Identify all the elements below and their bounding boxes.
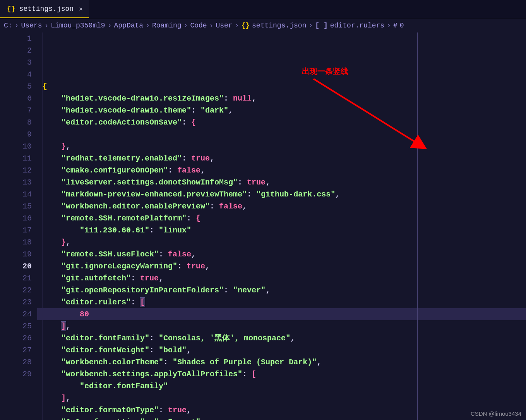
chevron-right-icon: ›: [146, 22, 150, 29]
code-line[interactable]: [37, 128, 526, 140]
code-line[interactable]: "hediet.vscode-drawio.resizeImages": nul…: [37, 92, 526, 104]
line-number: 22: [0, 284, 32, 296]
line-number: 29: [0, 368, 32, 380]
breadcrumb-file[interactable]: settings.json: [252, 22, 306, 29]
line-number: 9: [0, 128, 32, 140]
breadcrumb[interactable]: C:›Users›Limou_p350ml9›AppData›Roaming›C…: [0, 19, 526, 32]
code-line[interactable]: "C_Cpp.formatting": "vcFormat",: [37, 416, 526, 420]
breadcrumb-key[interactable]: editor.rulers: [330, 22, 384, 29]
line-number: 23: [0, 296, 32, 308]
line-number: 18: [0, 236, 32, 248]
tab-label: settings.json: [19, 5, 74, 13]
line-number: 15: [0, 200, 32, 212]
line-number: 8: [0, 116, 32, 128]
code-line[interactable]: "remote.SSH.remotePlatform": {: [37, 212, 526, 224]
line-number: 6: [0, 92, 32, 104]
breadcrumb-segment[interactable]: C:: [4, 22, 12, 29]
code-line[interactable]: "editor.rulers": [: [37, 296, 526, 308]
code-line[interactable]: },: [37, 236, 526, 248]
breadcrumb-index[interactable]: 0: [400, 22, 404, 29]
line-number: 19: [0, 248, 32, 260]
line-number: 21: [0, 272, 32, 284]
line-number: 20: [0, 260, 32, 272]
code-line[interactable]: 80: [37, 308, 526, 320]
chevron-right-icon: ›: [108, 22, 112, 29]
code-line[interactable]: },: [37, 140, 526, 152]
line-number: 14: [0, 188, 32, 200]
line-number: 26: [0, 332, 32, 344]
code-content[interactable]: { "hediet.vscode-drawio.resizeImages": n…: [37, 32, 526, 420]
line-number: 12: [0, 164, 32, 176]
code-line[interactable]: "workbench.editor.enablePreview": false,: [37, 200, 526, 212]
code-line[interactable]: "git.autofetch": true,: [37, 272, 526, 284]
code-line[interactable]: "editor.fontFamily": "Consolas, '黑体', mo…: [37, 332, 526, 344]
tab-settings-json[interactable]: {} settings.json ✕: [0, 0, 89, 18]
code-line[interactable]: ],: [37, 392, 526, 404]
chevron-right-icon: ›: [209, 22, 214, 29]
code-line[interactable]: "editor.fontFamily": [37, 380, 526, 392]
line-number: 2: [0, 44, 32, 56]
line-number: 3: [0, 56, 32, 68]
hash-icon: #: [393, 22, 397, 29]
chevron-right-icon: ›: [235, 22, 239, 29]
tab-bar: {} settings.json ✕: [0, 0, 526, 19]
breadcrumb-segment[interactable]: User: [216, 22, 232, 29]
chevron-right-icon: ›: [184, 22, 188, 29]
chevron-right-icon: ›: [387, 22, 391, 29]
line-number: 16: [0, 212, 32, 224]
breadcrumb-segment[interactable]: Users: [21, 22, 42, 29]
breadcrumb-segment[interactable]: Roaming: [152, 22, 182, 29]
line-number: 10: [0, 140, 32, 152]
chevron-right-icon: ›: [15, 22, 19, 29]
code-line[interactable]: "git.ignoreLegacyWarning": true,: [37, 260, 526, 272]
watermark: CSDN @limou3434: [471, 410, 521, 417]
code-line[interactable]: "redhat.telemetry.enabled": true,: [37, 152, 526, 164]
line-number: 7: [0, 104, 32, 116]
line-number: 27: [0, 344, 32, 356]
line-number: 25: [0, 320, 32, 332]
array-icon: [ ]: [315, 22, 327, 29]
editor-ruler: [417, 32, 418, 420]
code-line[interactable]: "editor.fontWeight": "bold",: [37, 344, 526, 356]
code-line[interactable]: "hediet.vscode-drawio.theme": "dark",: [37, 104, 526, 116]
json-file-icon: {}: [7, 5, 15, 13]
chevron-right-icon: ›: [308, 22, 313, 29]
line-number: 24: [0, 308, 32, 320]
line-number: 5: [0, 80, 32, 92]
breadcrumb-segment[interactable]: Limou_p350ml9: [51, 22, 105, 29]
line-number: 28: [0, 356, 32, 368]
code-line[interactable]: "111.230.60.61": "linux": [37, 224, 526, 236]
code-line[interactable]: "workbench.colorTheme": "Shades of Purpl…: [37, 356, 526, 368]
json-file-icon: {}: [241, 22, 250, 29]
close-icon[interactable]: ✕: [77, 5, 84, 13]
line-number: 11: [0, 152, 32, 164]
code-line[interactable]: "workbench.settings.applyToAllProfiles":…: [37, 368, 526, 380]
line-number: 13: [0, 176, 32, 188]
code-line[interactable]: "git.openRepositoryInParentFolders": "ne…: [37, 284, 526, 296]
line-number: 1: [0, 32, 32, 44]
code-line[interactable]: "cmake.configureOnOpen": false,: [37, 164, 526, 176]
code-line[interactable]: "remote.SSH.useFlock": false,: [37, 248, 526, 260]
line-number-gutter: 1234567891011121314151617181920212223242…: [0, 32, 37, 420]
code-line[interactable]: "editor.formatOnType": true,: [37, 404, 526, 416]
breadcrumb-segment[interactable]: AppData: [114, 22, 144, 29]
annotation-label: 出现一条竖线: [302, 65, 348, 77]
code-line[interactable]: "markdown-preview-enhanced.previewTheme"…: [37, 188, 526, 200]
line-number: 4: [0, 68, 32, 80]
line-number: 17: [0, 224, 32, 236]
code-line[interactable]: "editor.codeActionsOnSave": {: [37, 116, 526, 128]
code-line[interactable]: ],: [37, 320, 526, 332]
breadcrumb-segment[interactable]: Code: [190, 22, 207, 29]
code-line[interactable]: "liveServer.settings.donotShowInfoMsg": …: [37, 176, 526, 188]
chevron-right-icon: ›: [44, 22, 48, 29]
code-line[interactable]: {: [37, 80, 526, 92]
code-editor[interactable]: 1234567891011121314151617181920212223242…: [0, 32, 526, 420]
